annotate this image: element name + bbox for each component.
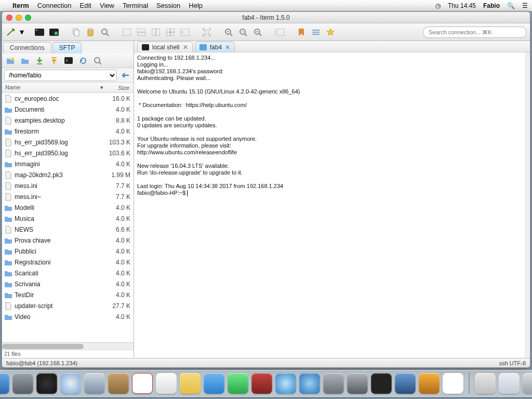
dock-downloads[interactable] xyxy=(475,373,496,394)
dock-updates[interactable] xyxy=(323,373,344,394)
split-h-button[interactable] xyxy=(135,26,148,38)
file-size: 7.7 K xyxy=(100,182,130,190)
tab-local-shell[interactable]: local shell ✕ xyxy=(137,42,193,52)
dock-trash[interactable] xyxy=(523,373,532,394)
list-item[interactable]: updater-script27.7 K xyxy=(2,300,134,311)
menu-session[interactable]: Session xyxy=(156,2,180,9)
go-button[interactable] xyxy=(119,69,131,82)
paste-button[interactable] xyxy=(84,26,97,38)
dock-calendar[interactable] xyxy=(132,373,153,394)
connection-search[interactable] xyxy=(423,26,527,38)
list-item[interactable]: firestorm4.0 K xyxy=(2,126,134,137)
bookmark-icon[interactable] xyxy=(295,26,308,38)
dock-photobooth[interactable] xyxy=(251,373,272,394)
tab-sftp[interactable]: SFTP xyxy=(52,42,82,54)
list-item[interactable]: hs_err_pid3569.log103.3 K xyxy=(2,137,134,148)
dock-documents[interactable] xyxy=(499,373,520,394)
menu-edit[interactable]: Edit xyxy=(80,2,91,9)
h-scrollbar[interactable] xyxy=(2,342,134,350)
zoom-in-button[interactable] xyxy=(222,26,235,38)
list-item[interactable]: Immagini4.0 K xyxy=(2,158,134,169)
col-size[interactable]: Size xyxy=(107,85,134,91)
list-item[interactable]: Prova chiave4.0 K xyxy=(2,235,134,246)
dock-dashboard[interactable] xyxy=(36,373,57,394)
file-header[interactable]: Name ▾ Size xyxy=(2,83,134,93)
search-input[interactable] xyxy=(423,26,527,38)
panel-wide-button[interactable] xyxy=(179,26,191,38)
dock-safari[interactable] xyxy=(60,373,81,394)
tab-fab4[interactable]: fab4 ✕ xyxy=(195,42,235,52)
app-menu[interactable]: Iterm xyxy=(12,2,29,9)
list-item[interactable]: Scrivania4.0 K xyxy=(2,278,134,289)
dock-contacts[interactable] xyxy=(108,373,129,394)
list-item[interactable]: Scaricati4.0 K xyxy=(2,268,134,278)
list-item[interactable]: Registrazioni4.0 K xyxy=(2,257,134,268)
menu-view[interactable]: View xyxy=(100,2,114,9)
list-item[interactable]: NEWS6.6 K xyxy=(2,224,134,235)
list-item[interactable]: mess.ini7.7 K xyxy=(2,180,134,191)
dock-finder[interactable] xyxy=(0,373,9,394)
fullscreen-button[interactable] xyxy=(201,26,213,38)
terminal2-button[interactable] xyxy=(48,26,60,38)
search-files-button[interactable] xyxy=(91,55,104,67)
dock-blank[interactable] xyxy=(443,373,463,394)
spotlight-icon[interactable]: 🔍 xyxy=(507,2,515,9)
close-tab-icon[interactable]: ✕ xyxy=(183,44,188,51)
list-item[interactable]: Video4.0 K xyxy=(2,311,134,322)
list-item[interactable]: examples.desktop8.8 K xyxy=(2,115,134,126)
toggle-side-button[interactable] xyxy=(273,26,286,38)
zoom-reset-button[interactable] xyxy=(251,26,264,38)
split-1-button[interactable] xyxy=(121,26,133,38)
list-item[interactable]: Pubblici4.0 K xyxy=(2,246,134,257)
list-item[interactable]: Musica4.0 K xyxy=(2,213,134,224)
file-list[interactable]: cv_europeo.doc16.0 KDocumenti4.0 Kexampl… xyxy=(2,93,134,342)
dock-notes[interactable] xyxy=(180,373,201,394)
star-icon[interactable] xyxy=(324,26,337,38)
terminal-here-button[interactable] xyxy=(62,55,75,67)
dock-appstore[interactable] xyxy=(299,373,320,394)
menu-help[interactable]: Help xyxy=(189,2,203,9)
dock-launchpad[interactable] xyxy=(12,373,33,394)
dock-reminders[interactable] xyxy=(156,373,177,394)
dock-vm[interactable] xyxy=(395,373,416,394)
menu-terminal[interactable]: Terminal xyxy=(123,2,148,9)
list-item[interactable]: cv_europeo.doc16.0 K xyxy=(2,93,134,104)
copy-button[interactable] xyxy=(70,26,82,38)
list-item[interactable]: Documenti4.0 K xyxy=(2,104,134,115)
terminal1-button[interactable] xyxy=(33,26,46,38)
new-folder-button[interactable] xyxy=(4,55,17,67)
refresh-button[interactable] xyxy=(77,55,89,67)
list-item[interactable]: hs_err_pid3950.log103.6 K xyxy=(2,148,134,158)
clock-icon[interactable]: ◷ xyxy=(435,2,441,9)
split-4-button[interactable] xyxy=(164,26,177,38)
terminal-output[interactable]: Connecting to 192.168.1.234... Logging i… xyxy=(134,52,530,358)
tab-connections[interactable]: Connections xyxy=(3,42,51,54)
path-select[interactable]: /home/fabio xyxy=(4,70,117,81)
folder-button[interactable] xyxy=(19,55,31,67)
dropdown-icon[interactable]: ▾ xyxy=(20,26,24,38)
menubar-user[interactable]: Fabio xyxy=(483,2,500,9)
dock-itunes[interactable] xyxy=(275,373,296,394)
list-item[interactable]: Modelli4.0 K xyxy=(2,202,134,213)
download-button[interactable] xyxy=(33,55,46,67)
col-name[interactable]: Name ▾ xyxy=(2,84,107,91)
dock-messages[interactable] xyxy=(204,373,224,394)
close-tab-icon[interactable]: ✕ xyxy=(225,44,230,51)
zoom-out-button[interactable] xyxy=(237,26,249,38)
dock-mail[interactable] xyxy=(84,373,105,394)
dock-terminal[interactable] xyxy=(371,373,392,394)
list-item[interactable]: mess.ini~7.7 K xyxy=(2,191,134,202)
upload-button[interactable] xyxy=(48,55,60,67)
list-item[interactable]: TestDir4.0 K xyxy=(2,289,134,300)
dock-preferences[interactable] xyxy=(347,373,368,394)
svg-rect-29 xyxy=(64,57,73,64)
list-icon[interactable]: ☰ xyxy=(522,2,528,9)
menu-icon[interactable] xyxy=(310,26,322,38)
dock-iterm[interactable] xyxy=(419,373,440,394)
find-button[interactable] xyxy=(99,26,111,38)
dock-facetime[interactable] xyxy=(228,373,248,394)
list-item[interactable]: map-20kdm2.pk31.99 M xyxy=(2,169,134,180)
menu-connection[interactable]: Connection xyxy=(37,2,72,9)
quick-connect-button[interactable] xyxy=(5,26,18,38)
split-v-button[interactable] xyxy=(150,26,162,38)
